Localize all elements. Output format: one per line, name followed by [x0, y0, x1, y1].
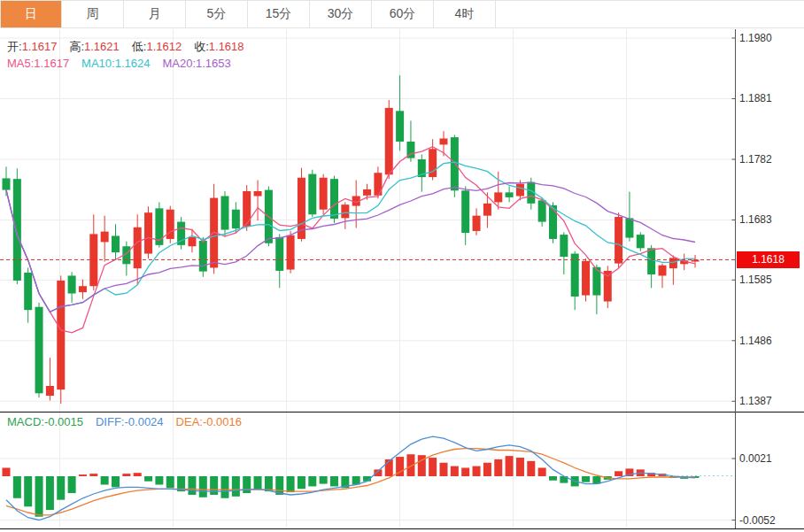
ma-legend: MA5:1.1617MA10:1.1624MA20:1.1653 [7, 57, 244, 70]
tab-5min[interactable]: 5分 [186, 1, 248, 27]
candle-body [615, 217, 622, 264]
last-price-badge: 1.1618 [737, 251, 800, 268]
candle-body [254, 191, 262, 197]
macd-bar [538, 467, 546, 476]
candle-body [3, 178, 11, 189]
candle-body [538, 200, 546, 221]
legend-value: -0.0015 [44, 415, 83, 428]
candle-body [188, 237, 196, 246]
macd-bar [68, 476, 76, 493]
macd-bar [3, 467, 11, 476]
price-tick-label: 1.1881 [739, 91, 772, 105]
price-tick-label: 1.1387 [739, 394, 772, 408]
candle-body [287, 235, 295, 270]
candle-body [440, 138, 448, 144]
ohlc-legend: 开:1.1617高:1.1621低:1.1612收:1.1618 [7, 39, 257, 55]
macd-bar [134, 473, 142, 476]
macd-bar [57, 476, 65, 500]
tab-30min[interactable]: 30分 [310, 1, 372, 27]
macd-bar [89, 474, 97, 476]
candle-body [68, 275, 76, 293]
legend-label: 高: [69, 40, 84, 53]
macd-bar [112, 476, 120, 487]
macd-bar [440, 463, 448, 476]
legend-label: MA20: [162, 57, 196, 70]
macd-bar [298, 476, 305, 489]
candle-body [24, 273, 32, 310]
legend-value: 1.1617 [34, 57, 69, 70]
candle-body [275, 237, 283, 271]
tab-60min[interactable]: 60分 [372, 1, 434, 27]
legend-item: DIFF:-0.0024 [96, 415, 164, 428]
legend-label: MACD: [7, 415, 44, 428]
macd-legend: MACD:-0.0015DIFF:-0.0024DEA:-0.0016 [7, 415, 254, 428]
legend-value: -0.0024 [124, 415, 163, 428]
legend-label: DEA: [176, 415, 203, 428]
price-tick-label: 1.1585 [739, 273, 772, 287]
candle-body [494, 192, 502, 202]
legend-label: 收: [194, 40, 209, 53]
legend-item: MA10:1.1624 [81, 57, 150, 70]
legend-item: 收:1.1618 [194, 40, 244, 53]
macd-bar [166, 476, 174, 488]
macd-bar [199, 476, 207, 497]
legend-value: 1.1618 [209, 40, 244, 53]
legend-item: 高:1.1621 [69, 40, 119, 53]
tab-month[interactable]: 月 [124, 1, 186, 27]
legend-item: MA20:1.1653 [162, 57, 230, 70]
macd-bar [582, 476, 590, 482]
macd-bar [429, 458, 437, 476]
legend-item: MA5:1.1617 [7, 57, 69, 70]
macd-bar [516, 458, 524, 476]
candle-body [243, 191, 251, 227]
candle-body [341, 204, 349, 218]
candle-body [582, 261, 590, 296]
macd-bar [210, 476, 218, 495]
macd-bar [330, 476, 338, 486]
candle-body [199, 241, 207, 272]
legend-value: 1.1612 [146, 40, 182, 53]
macd-bar [473, 466, 481, 476]
legend-label: MA5: [7, 57, 34, 70]
ma10-line [6, 162, 695, 312]
candle-body [363, 189, 371, 196]
candle-body [604, 271, 612, 302]
chart-area[interactable] [0, 0, 804, 532]
macd-bar [461, 467, 469, 476]
ma5-line [6, 147, 695, 333]
candle-body [57, 281, 65, 389]
candle-body [308, 174, 316, 215]
tab-4hour[interactable]: 4时 [434, 1, 496, 27]
macd-bar [79, 474, 87, 476]
candle-body [134, 227, 142, 268]
price-tick-label: 1.1980 [739, 31, 772, 45]
macd-bar [527, 461, 535, 476]
tab-15min[interactable]: 15分 [248, 1, 310, 27]
diff-line [6, 436, 695, 520]
macd-bar [221, 476, 229, 498]
candle-body [516, 184, 524, 197]
macd-bar [101, 476, 109, 485]
macd-bar [406, 454, 414, 476]
macd-bar [287, 476, 295, 492]
legend-label: MA10: [81, 57, 115, 70]
candle-body [79, 286, 87, 292]
candle-body [647, 248, 655, 274]
candle-body [506, 192, 514, 197]
macd-bar [483, 463, 491, 476]
candle-body [483, 204, 491, 216]
macd-bar [308, 476, 316, 486]
macd-bar [155, 476, 163, 485]
candle-body [101, 232, 109, 243]
macd-bar [24, 476, 32, 506]
legend-item: MACD:-0.0015 [7, 415, 83, 428]
candle-body [637, 235, 645, 248]
legend-value: 1.1621 [84, 40, 120, 53]
candle-body [144, 212, 152, 253]
tab-week[interactable]: 周 [62, 1, 124, 27]
macd-bar [243, 476, 251, 493]
tab-day[interactable]: 日 [0, 1, 62, 27]
candle-body [396, 111, 404, 142]
candle-body [385, 108, 393, 174]
candle-body [13, 179, 21, 281]
